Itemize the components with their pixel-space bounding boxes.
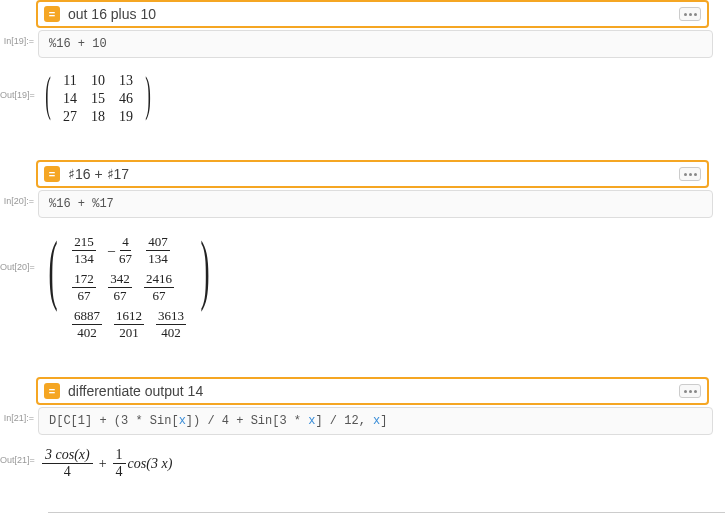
divider	[48, 512, 725, 513]
query-input-21[interactable]: = differentiate output 14	[36, 377, 709, 405]
query-text: differentiate output 14	[68, 383, 679, 399]
out-label: Out[19]=	[0, 66, 38, 100]
query-text: out 16 plus 10	[68, 6, 679, 22]
cell-20: = ♯16 + ♯17 In[20]:= %16 + %17 Out[20]= …	[0, 160, 725, 349]
out-label: Out[21]=	[0, 443, 38, 465]
wolfram-icon: =	[44, 6, 60, 22]
in-label: In[19]:=	[0, 30, 38, 46]
query-text: ♯16 + ♯17	[68, 166, 679, 182]
query-input-19[interactable]: = out 16 plus 10	[36, 0, 709, 28]
more-button[interactable]	[679, 167, 701, 181]
code-input-21[interactable]: D[C[1] + (3 * Sin[x]) / 4 + Sin[3 * x] /…	[38, 407, 713, 435]
more-button[interactable]	[679, 7, 701, 21]
cell-19: = out 16 plus 10 In[19]:= %16 + 10 Out[1…	[0, 0, 725, 132]
query-input-20[interactable]: = ♯16 + ♯17	[36, 160, 709, 188]
wolfram-icon: =	[44, 166, 60, 182]
code-input-20[interactable]: %16 + %17	[38, 190, 713, 218]
code-input-19[interactable]: %16 + 10	[38, 30, 713, 58]
output-21: 3 cos(x)4 + 14 cos(3 x)	[38, 443, 713, 484]
out-label: Out[20]=	[0, 226, 38, 272]
output-20: ( 215134 – 46740713417267342672416676887…	[38, 226, 713, 349]
more-button[interactable]	[679, 384, 701, 398]
wolfram-icon: =	[44, 383, 60, 399]
in-label: In[21]:=	[0, 407, 38, 423]
cell-21: = differentiate output 14 In[21]:= D[C[1…	[0, 377, 725, 484]
output-19: ( 111013 141546 271819 )	[38, 66, 713, 132]
in-label: In[20]:=	[0, 190, 38, 206]
